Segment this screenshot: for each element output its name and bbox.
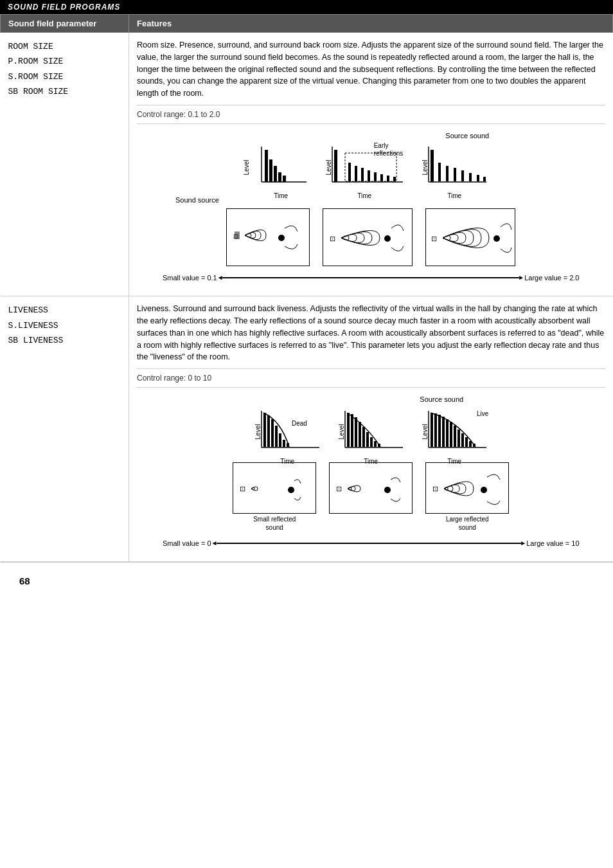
room-boxes-row: ⊡	[137, 208, 605, 266]
room-svg-1: ⊡	[227, 209, 310, 266]
liveness-arrow-line: ◄ ►	[217, 543, 522, 544]
svg-rect-26	[469, 173, 472, 181]
y-label-2: Level	[324, 160, 334, 176]
room-box-1: ⊡	[226, 208, 310, 266]
room-box-2: ⊡	[323, 208, 413, 266]
room-size-feature: Room size. Presence, surround, and surro…	[129, 33, 613, 296]
early-reflections-label: Earlyreflections	[374, 142, 404, 158]
svg-rect-42	[279, 433, 281, 447]
svg-rect-52	[362, 427, 365, 447]
y-label-d1: Level	[254, 424, 263, 439]
reflect-svg-3: ⊡	[426, 463, 509, 514]
room-size-diagram-area: Source sound Level	[137, 131, 605, 284]
svg-rect-69	[469, 441, 472, 447]
svg-text:⊡: ⊡	[432, 485, 438, 493]
svg-point-76	[481, 487, 487, 493]
svg-rect-53	[366, 432, 369, 447]
svg-rect-25	[461, 170, 464, 181]
param-liveness: LIVENESS	[8, 303, 121, 318]
svg-rect-14	[368, 170, 370, 181]
small-value-label: Small value = 0.1	[163, 273, 217, 284]
reflect-svg-1: ⊡	[233, 463, 316, 514]
svg-point-74	[384, 487, 391, 493]
svg-point-35	[493, 235, 500, 242]
svg-rect-17	[387, 176, 389, 181]
svg-rect-4	[274, 166, 277, 182]
svg-rect-23	[446, 166, 449, 181]
header-bar: SOUND FIELD PROGRAMS	[0, 0, 613, 14]
param-header: Sound field parameter	[1, 15, 129, 33]
svg-text:⊡: ⊡	[431, 235, 437, 242]
param-s-liveness: S.LIVENESS	[8, 318, 121, 333]
large-value-label: Large value = 2.0	[524, 273, 579, 284]
svg-rect-43	[283, 440, 285, 447]
room-size-control-range: Control range: 0.1 to 2.0	[137, 105, 605, 124]
source-sound-label: Source sound	[330, 131, 605, 141]
svg-rect-66	[458, 429, 460, 447]
svg-text:⊡: ⊡	[233, 233, 238, 240]
room-size-row: ROOM SIZE P.ROOM SIZE S.ROOM SIZE SB ROO…	[1, 33, 613, 296]
liveness-params: LIVENESS S.LIVENESS SB LIVENESS	[1, 296, 129, 562]
svg-rect-60	[434, 413, 437, 447]
x-label-1: Time	[252, 191, 310, 201]
page: SOUND FIELD PROGRAMS Sound field paramet…	[0, 0, 613, 868]
reflect-rooms-row: ⊡	[137, 462, 605, 532]
bar-charts-row: Level	[137, 143, 605, 188]
svg-rect-48	[347, 413, 350, 447]
decay-chart-1: Level	[252, 408, 323, 456]
svg-rect-21	[431, 150, 434, 182]
chart-2: Earlyreflections Level	[323, 143, 406, 188]
svg-rect-39	[267, 415, 270, 447]
svg-rect-15	[374, 172, 377, 181]
large-reflected-label: Large reflectedsound	[446, 515, 489, 532]
room-size-params: ROOM SIZE P.ROOM SIZE S.ROOM SIZE SB ROO…	[1, 33, 129, 296]
svg-rect-3	[269, 159, 272, 182]
svg-point-72	[288, 487, 294, 493]
svg-rect-68	[465, 437, 468, 447]
svg-rect-61	[438, 415, 441, 447]
room-svg-3: ⊡	[426, 209, 515, 266]
svg-rect-54	[370, 437, 373, 447]
svg-rect-12	[355, 166, 357, 181]
liveness-diagram-area: Source sound Level	[137, 394, 605, 548]
svg-rect-65	[454, 426, 456, 447]
svg-rect-11	[348, 163, 351, 181]
column-headers: Sound field parameter Features	[1, 15, 613, 33]
chart-3: Level	[419, 143, 490, 188]
reflect-room-3: ⊡	[425, 462, 509, 532]
decay-charts-row: Level	[137, 408, 605, 456]
reflect-room-2: ⊡	[329, 462, 413, 532]
svg-rect-6	[283, 176, 286, 182]
feature-header: Features	[129, 15, 613, 33]
svg-rect-49	[351, 414, 353, 447]
reflect-svg-2: ⊡	[330, 463, 413, 514]
room-svg-2: ⊡	[323, 209, 413, 266]
svg-rect-18	[393, 177, 396, 181]
y-label-3: Level	[421, 160, 431, 176]
svg-text:⊡: ⊡	[240, 485, 245, 493]
svg-rect-27	[477, 175, 479, 181]
svg-rect-63	[446, 419, 449, 447]
y-label-d3: Level	[421, 424, 431, 439]
param-p-room-size: P.ROOM SIZE	[8, 54, 121, 69]
svg-point-31	[278, 235, 285, 241]
x-label-2: Time	[323, 191, 406, 201]
page-number: 68	[0, 562, 613, 599]
reflect-room-1: ⊡	[233, 462, 316, 532]
svg-rect-41	[275, 426, 278, 447]
param-room-size: ROOM SIZE	[8, 39, 121, 54]
svg-rect-16	[380, 174, 383, 181]
svg-rect-22	[438, 163, 441, 181]
y-label-1: Level	[242, 160, 252, 176]
x-label-3: Time	[419, 191, 490, 201]
svg-rect-55	[374, 441, 377, 447]
liveness-small-value: Small value = 0	[163, 538, 211, 549]
svg-rect-2	[265, 150, 268, 182]
liveness-row: LIVENESS S.LIVENESS SB LIVENESS Liveness…	[1, 296, 613, 562]
liveness-description: Liveness. Surround and surround back liv…	[137, 303, 605, 363]
svg-text:Dead: Dead	[292, 420, 307, 427]
arrow-line: ◄ ►	[222, 277, 519, 278]
svg-rect-62	[442, 417, 445, 447]
main-table: Sound field parameter Features ROOM SIZE…	[0, 14, 613, 562]
liveness-source-label: Source sound	[278, 394, 605, 405]
